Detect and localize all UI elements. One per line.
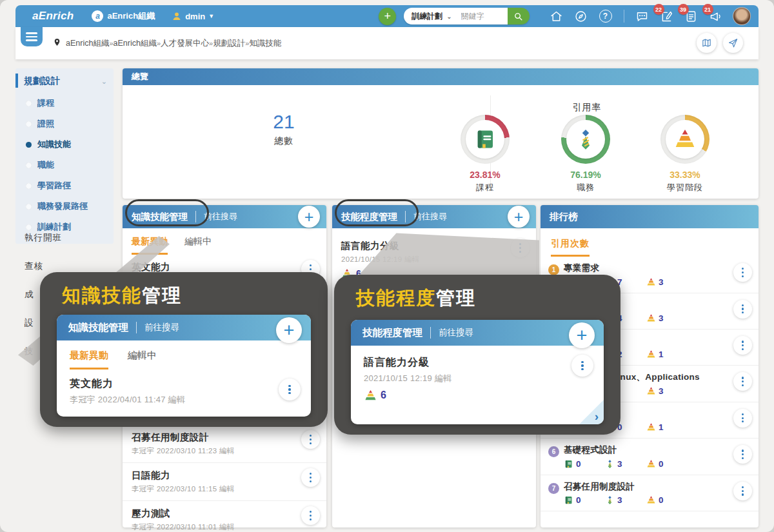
pyramid-icon: [646, 459, 656, 469]
item-menu-button[interactable]: [733, 300, 752, 319]
bullet-icon: [26, 204, 32, 210]
sidebar-menu-item[interactable]: 執行開班: [25, 232, 115, 244]
callout-add-button[interactable]: +: [276, 317, 302, 343]
levels-add-button[interactable]: +: [508, 206, 530, 228]
sidebar-group-header[interactable]: 規劃設計 ⌄: [15, 68, 114, 93]
breadcrumb: aEnrich組織»aEnrich組織»人才發展中心»規劃設計»知識技能: [53, 27, 281, 59]
paper-plane-icon: [728, 37, 739, 48]
search-input[interactable]: [457, 8, 508, 25]
messages-button[interactable]: [635, 8, 650, 24]
item-menu-button[interactable]: [571, 355, 593, 377]
documents-button[interactable]: 39: [684, 8, 699, 24]
list-item[interactable]: 6基礎程式設計030: [541, 438, 759, 475]
tab-latest-changes[interactable]: 最新異動: [70, 350, 108, 369]
levels-callout-card: 技能程度管理 前往搜尋 + 語言能力分級 2021/10/15 12:19 編輯…: [351, 320, 604, 424]
item-menu-button[interactable]: [301, 430, 320, 449]
donut-ring: [461, 115, 510, 164]
sidebar-item-職能[interactable]: 職能: [15, 155, 114, 175]
item-menu-button[interactable]: [301, 506, 320, 525]
send-tool-button[interactable]: [723, 33, 743, 53]
announcements-button[interactable]: 21: [708, 8, 724, 24]
avatar[interactable]: [733, 7, 751, 25]
sidebar-item-證照[interactable]: 證照: [15, 113, 114, 134]
breadcrumb-item[interactable]: 人才發展中心: [161, 39, 209, 48]
sidebar-group-title: 規劃設計: [24, 75, 60, 87]
count-value: 0: [659, 459, 664, 469]
org-logo-icon: a: [92, 10, 103, 22]
item-menu-button[interactable]: [733, 409, 752, 428]
skills-go-search-link[interactable]: 前往搜尋: [195, 211, 237, 222]
sidebar-item-知識技能[interactable]: 知識技能: [15, 134, 114, 155]
count-slot-book: 0: [564, 459, 605, 469]
callout-add-button[interactable]: +: [569, 322, 595, 348]
breadcrumb-item[interactable]: 知識技能: [249, 39, 281, 48]
dashboard-button[interactable]: [573, 8, 589, 24]
map-tool-button[interactable]: [697, 33, 717, 53]
count-value: 3: [617, 495, 622, 505]
edit-tasks-badge: 22: [653, 4, 664, 15]
count-slot-pyramid: 1: [646, 350, 688, 359]
gauge-value: 76.19%: [550, 170, 621, 180]
skills-panel-title: 知識技能管理: [132, 211, 188, 223]
item-menu-button[interactable]: [733, 372, 752, 391]
levels-go-search-link[interactable]: 前往搜尋: [405, 211, 447, 222]
usage-gauge-tie: 76.19%職務: [550, 115, 621, 193]
breadcrumb-item[interactable]: aEnrich組織: [66, 39, 109, 48]
bullet-icon: [26, 163, 32, 168]
search-button[interactable]: [508, 8, 530, 25]
help-button[interactable]: ?: [598, 8, 613, 24]
count-slot-book: 0: [564, 495, 605, 505]
tab-editing[interactable]: 編輯中: [128, 350, 157, 369]
donut-ring: [561, 115, 610, 164]
item-menu-button[interactable]: [301, 468, 320, 487]
search-category-select[interactable]: 訓練計劃 ⌄: [404, 8, 457, 25]
sidebar-item-職務發展路徑[interactable]: 職務發展路徑: [15, 196, 114, 217]
org-selector[interactable]: a aEnrich組織: [92, 10, 155, 22]
item-menu-button[interactable]: [279, 379, 301, 400]
list-item[interactable]: 語言能力分級 2021/10/15 12:19 編輯 6: [351, 346, 604, 408]
list-item[interactable]: 日語能力李冠宇 2022/03/10 11:15 編輯: [123, 463, 326, 501]
announcements-badge: 21: [702, 4, 713, 15]
sidebar-item-課程[interactable]: 課程: [15, 93, 114, 113]
skills-add-button[interactable]: +: [298, 206, 320, 228]
item-menu-button[interactable]: [733, 263, 752, 282]
menu-toggle-button[interactable]: [21, 27, 43, 46]
list-item[interactable]: 壓力測試李冠宇 2022/03/10 11:01 編輯: [123, 501, 326, 532]
sidebar-menu-item[interactable]: 查核: [25, 261, 115, 272]
tab-citation-count[interactable]: 引用次數: [551, 238, 590, 257]
count-value: 3: [659, 313, 664, 323]
home-icon: [550, 10, 563, 23]
home-button[interactable]: [549, 8, 564, 24]
breadcrumb-bar: aEnrich組織»aEnrich組織»人才發展中心»規劃設計»知識技能: [15, 27, 759, 59]
callout-go-search-link[interactable]: 前往搜尋: [136, 322, 179, 333]
donut-hole: [466, 120, 504, 159]
count-slot-pyramid: 0: [646, 459, 688, 469]
list-item[interactable]: 召募任用制度設計李冠宇 2022/03/10 11:23 編輯: [123, 425, 326, 463]
item-menu-button[interactable]: [733, 445, 752, 464]
skill-item-meta: 李冠宇 2022/03/10 11:23 編輯: [132, 446, 294, 456]
gauge-label: 職務: [550, 182, 621, 193]
edit-tasks-button[interactable]: 22: [659, 8, 675, 24]
breadcrumb-items: aEnrich組織»aEnrich組織»人才發展中心»規劃設計»知識技能: [66, 38, 281, 49]
sidebar-item-學習路徑[interactable]: 學習路徑: [15, 175, 114, 196]
pyramid-icon: [646, 313, 656, 323]
global-search: 訓練計劃 ⌄: [404, 8, 529, 25]
list-item[interactable]: 英文能力 李冠宇 2022/04/01 11:47 編輯: [57, 369, 311, 412]
chevron-right-icon[interactable]: ›: [595, 410, 599, 422]
sidebar-item-label: 知識技能: [37, 139, 71, 150]
callout-title-rest: 管理: [436, 288, 476, 308]
item-menu-button[interactable]: [733, 336, 752, 355]
tab-編輯中[interactable]: 編輯中: [184, 236, 212, 255]
chat-icon: [635, 10, 649, 23]
quick-add-button[interactable]: +: [379, 8, 396, 25]
user-menu[interactable]: dmin ▼: [172, 11, 214, 21]
topbar-divider: [624, 10, 624, 23]
item-menu-button[interactable]: [733, 482, 752, 500]
usage-gauge-pyramid: 33.33%學習階段: [650, 115, 720, 193]
list-item[interactable]: 7召募任用制度設計030: [541, 475, 759, 512]
skills-panel-header: 知識技能管理 前往搜尋 +: [123, 205, 326, 228]
callout-go-search-link[interactable]: 前往搜尋: [430, 327, 473, 339]
breadcrumb-item[interactable]: aEnrich組織: [114, 39, 157, 48]
breadcrumb-item[interactable]: 規劃設計: [213, 39, 245, 48]
count-value: 1: [659, 350, 664, 359]
